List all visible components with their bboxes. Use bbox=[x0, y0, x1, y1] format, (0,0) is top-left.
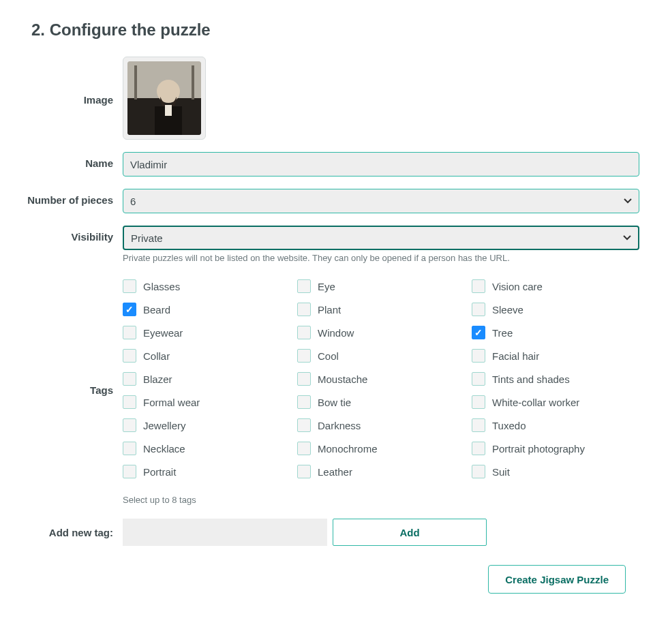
tag-checkbox[interactable] bbox=[472, 442, 485, 455]
tag-item: Cool bbox=[297, 349, 465, 363]
tag-checkbox[interactable] bbox=[123, 372, 136, 386]
tag-checkbox[interactable] bbox=[297, 279, 311, 293]
tag-label: Vision care bbox=[492, 281, 543, 292]
tag-checkbox[interactable] bbox=[123, 465, 136, 478]
tag-item: Window bbox=[297, 326, 465, 339]
tag-item: Vision care bbox=[472, 279, 639, 293]
svg-rect-5 bbox=[165, 105, 172, 116]
tag-item: Eyewear bbox=[123, 326, 290, 339]
tag-label: Window bbox=[318, 327, 354, 339]
svg-point-3 bbox=[157, 80, 180, 103]
tag-checkbox[interactable] bbox=[472, 303, 485, 316]
image-thumbnail-frame bbox=[123, 57, 206, 140]
tag-checkbox[interactable] bbox=[123, 349, 136, 363]
tag-item: Monochrome bbox=[297, 442, 465, 455]
tag-label: Tuxedo bbox=[492, 420, 526, 431]
tag-label: Necklace bbox=[143, 443, 185, 455]
tag-label: Facial hair bbox=[492, 350, 539, 362]
tag-label: Tints and shades bbox=[492, 373, 570, 385]
tag-label: Blazer bbox=[143, 373, 172, 385]
tags-help-text: Select up to 8 tags bbox=[123, 495, 639, 505]
tag-item: Tuxedo bbox=[472, 418, 639, 432]
tag-label: Darkness bbox=[318, 420, 361, 431]
tag-item: Tree bbox=[472, 326, 639, 339]
tag-checkbox[interactable] bbox=[123, 442, 136, 455]
tag-checkbox[interactable] bbox=[123, 395, 136, 409]
tag-item: Formal wear bbox=[123, 395, 290, 409]
visibility-help-text: Private puzzles will not be listed on th… bbox=[123, 253, 639, 263]
pieces-select[interactable]: 6 bbox=[123, 189, 639, 213]
name-label: Name bbox=[14, 152, 123, 169]
tag-item: White-collar worker bbox=[472, 395, 639, 409]
tag-checkbox[interactable] bbox=[123, 326, 136, 339]
visibility-select[interactable]: Private bbox=[123, 226, 639, 250]
tag-item: Plant bbox=[297, 303, 465, 316]
tag-checkbox[interactable] bbox=[472, 418, 485, 432]
tag-checkbox[interactable] bbox=[123, 303, 136, 316]
tag-item: Beard bbox=[123, 303, 290, 316]
create-puzzle-button[interactable]: Create Jigsaw Puzzle bbox=[488, 565, 626, 594]
tag-checkbox[interactable] bbox=[297, 303, 311, 316]
tag-checkbox[interactable] bbox=[297, 395, 311, 409]
visibility-label: Visibility bbox=[14, 226, 123, 243]
tag-checkbox[interactable] bbox=[123, 418, 136, 432]
add-new-tag-label: Add new tag: bbox=[14, 527, 123, 538]
image-thumbnail[interactable] bbox=[127, 61, 201, 135]
tag-checkbox[interactable] bbox=[472, 279, 485, 293]
tag-label: Eyewear bbox=[143, 327, 183, 339]
tag-label: Leather bbox=[318, 466, 352, 478]
image-label: Image bbox=[14, 57, 123, 106]
tag-item: Portrait bbox=[123, 465, 290, 478]
svg-rect-7 bbox=[192, 65, 194, 99]
tag-checkbox[interactable] bbox=[297, 418, 311, 432]
tag-item: Moustache bbox=[297, 372, 465, 386]
tag-item: Leather bbox=[297, 465, 465, 478]
tag-label: Sleeve bbox=[492, 304, 523, 316]
tag-checkbox[interactable] bbox=[472, 465, 485, 478]
tag-label: Suit bbox=[492, 466, 510, 478]
tag-item: Darkness bbox=[297, 418, 465, 432]
tag-checkbox[interactable] bbox=[472, 395, 485, 409]
tag-item: Blazer bbox=[123, 372, 290, 386]
tag-label: Formal wear bbox=[143, 397, 200, 408]
tag-item: Portrait photography bbox=[472, 442, 639, 455]
tag-checkbox[interactable] bbox=[123, 279, 136, 293]
tag-item: Tints and shades bbox=[472, 372, 639, 386]
tag-item: Suit bbox=[472, 465, 639, 478]
tag-item: Facial hair bbox=[472, 349, 639, 363]
tag-checkbox[interactable] bbox=[297, 326, 311, 339]
tag-label: Bow tie bbox=[318, 397, 351, 408]
tag-checkbox[interactable] bbox=[297, 372, 311, 386]
tag-checkbox[interactable] bbox=[472, 349, 485, 363]
tag-item: Jewellery bbox=[123, 418, 290, 432]
tag-checkbox[interactable] bbox=[472, 326, 485, 339]
tag-item: Necklace bbox=[123, 442, 290, 455]
name-input[interactable] bbox=[123, 152, 639, 177]
tag-checkbox[interactable] bbox=[297, 465, 311, 478]
add-new-tag-input[interactable] bbox=[123, 519, 327, 546]
tag-label: Collar bbox=[143, 350, 170, 362]
tag-label: Beard bbox=[143, 304, 170, 316]
tags-label: Tags bbox=[14, 275, 123, 396]
tag-item: Bow tie bbox=[297, 395, 465, 409]
section-heading: 2. Configure the puzzle bbox=[31, 20, 639, 40]
tag-label: Tree bbox=[492, 327, 513, 339]
tag-label: Monochrome bbox=[318, 443, 378, 455]
tag-label: Plant bbox=[318, 304, 341, 316]
tag-item: Eye bbox=[297, 279, 465, 293]
tag-label: Eye bbox=[318, 281, 335, 292]
svg-rect-6 bbox=[134, 65, 137, 99]
tag-item: Glasses bbox=[123, 279, 290, 293]
portrait-placeholder-icon bbox=[127, 61, 201, 135]
tag-label: Glasses bbox=[143, 281, 180, 292]
add-tag-button[interactable]: Add bbox=[333, 519, 487, 546]
pieces-label: Number of pieces bbox=[14, 189, 123, 206]
tag-checkbox[interactable] bbox=[297, 349, 311, 363]
tag-checkbox[interactable] bbox=[297, 442, 311, 455]
tag-label: Cool bbox=[318, 350, 339, 362]
tag-label: Portrait photography bbox=[492, 443, 585, 455]
tag-label: White-collar worker bbox=[492, 397, 579, 408]
tag-checkbox[interactable] bbox=[472, 372, 485, 386]
tag-item: Collar bbox=[123, 349, 290, 363]
tag-label: Jewellery bbox=[143, 420, 186, 431]
